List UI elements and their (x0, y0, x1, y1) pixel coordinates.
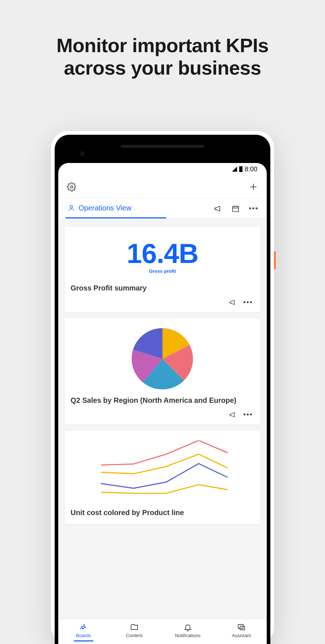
tab-operations-view[interactable]: Operations View (66, 198, 166, 218)
phone-bezel: 8:00 Operations View (55, 135, 270, 644)
megaphone-icon[interactable] (229, 411, 236, 418)
nav-boards[interactable]: Boards (74, 622, 93, 641)
more-icon: ••• (249, 204, 258, 213)
tab-row: Operations View (58, 198, 267, 219)
nav-label: Assistant (232, 633, 251, 638)
announce-button[interactable] (212, 203, 223, 214)
card-more-button[interactable]: ••• (243, 410, 253, 419)
bottom-nav: Boards Content Notifications (58, 619, 267, 644)
signal-icon (232, 167, 237, 172)
svg-point-0 (71, 185, 73, 188)
card-more-button[interactable]: ••• (243, 298, 253, 306)
person-icon (68, 204, 75, 212)
tab-label: Operations View (79, 204, 131, 212)
phone-camera (80, 151, 85, 156)
kpi-value: 16.4B (71, 238, 254, 269)
kpi-title: Gross Profit summary (71, 284, 254, 292)
more-button[interactable]: ••• (248, 203, 259, 214)
status-time: 8:00 (245, 166, 257, 173)
svg-rect-4 (233, 206, 239, 212)
line-chart (71, 440, 254, 502)
nav-content[interactable]: Content (124, 622, 144, 641)
phone-speaker (121, 145, 204, 148)
nav-label: Content (126, 633, 143, 638)
card-footer: ••• (71, 296, 254, 309)
svg-point-3 (70, 205, 73, 208)
phone-screen: 8:00 Operations View (58, 163, 267, 644)
content-area[interactable]: 16.4B Gross profit Gross Profit summary … (58, 219, 267, 619)
plus-icon[interactable] (249, 182, 258, 192)
kpi-card[interactable]: 16.4B Gross profit Gross Profit summary … (65, 227, 260, 312)
megaphone-icon (214, 205, 221, 213)
bell-icon (183, 623, 192, 632)
battery-icon (239, 166, 242, 172)
headline-line-1: Monitor important KPIs (0, 34, 325, 57)
line-card[interactable]: Unit cost colored by Product line (65, 431, 260, 524)
calendar-button[interactable] (230, 203, 241, 214)
line-title: Unit cost colored by Product line (71, 509, 254, 517)
pie-chart (132, 328, 193, 390)
headline-line-2: across your business (0, 57, 325, 79)
nav-notifications[interactable]: Notifications (175, 622, 201, 641)
chat-icon (237, 623, 246, 632)
nav-assistant[interactable]: Assistant (232, 622, 251, 641)
marketing-headline: Monitor important KPIs across your busin… (0, 34, 325, 79)
svg-rect-9 (240, 626, 245, 630)
gear-icon[interactable] (67, 182, 76, 192)
status-bar: 8:00 (58, 163, 267, 175)
pie-card[interactable]: Q2 Sales by Region (North America and Eu… (65, 319, 260, 425)
phone-side-button (274, 251, 276, 269)
calendar-icon (232, 205, 240, 213)
app-header (58, 175, 267, 198)
pin-icon (79, 623, 88, 632)
megaphone-icon[interactable] (229, 299, 236, 306)
nav-label: Boards (76, 633, 91, 638)
kpi-sublabel: Gross profit (71, 268, 254, 274)
card-footer: ••• (71, 408, 254, 421)
phone-frame: 8:00 Operations View (51, 131, 274, 644)
folder-icon (130, 623, 139, 632)
nav-label: Notifications (175, 633, 201, 638)
pie-title: Q2 Sales by Region (North America and Eu… (71, 396, 254, 405)
